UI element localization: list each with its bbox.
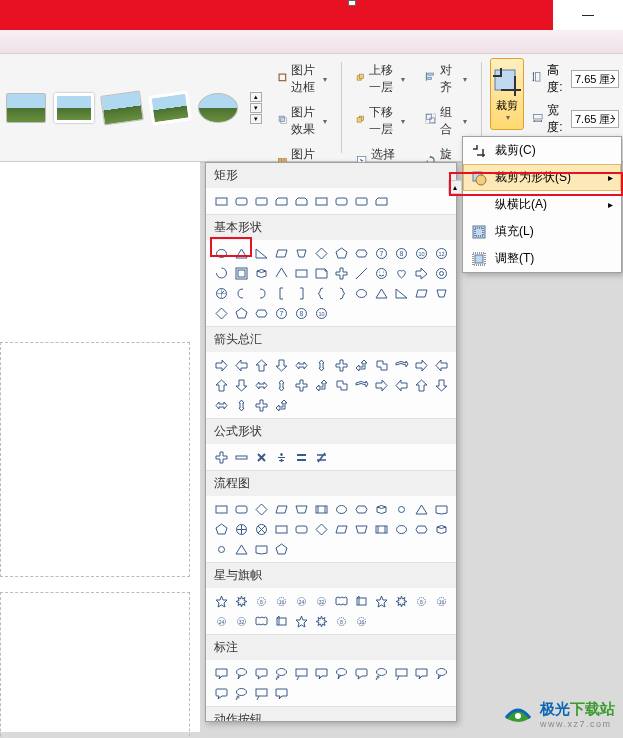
shape-item[interactable] [252,684,270,702]
shape-item[interactable] [272,396,290,414]
shape-item[interactable]: 12 [432,244,450,262]
shape-item[interactable]: 8 [252,592,270,610]
window-minimize[interactable]: — [553,0,623,30]
shape-item[interactable]: 16 [352,612,370,630]
shape-item[interactable]: 32 [232,612,250,630]
group-button[interactable]: 组合▾ [423,102,469,140]
shape-item[interactable] [212,356,230,374]
shape-item[interactable] [332,520,350,538]
menu-fit[interactable]: 调整(T) [463,245,621,272]
shape-item[interactable] [292,500,310,518]
bring-forward-button[interactable]: 上移一层▾ [354,60,407,98]
picture-styles-gallery[interactable]: ▴ ▾ ▾ [0,54,268,161]
shape-item[interactable] [412,500,430,518]
shape-item[interactable] [252,500,270,518]
shape-item[interactable] [412,664,430,682]
shape-item[interactable] [272,448,290,466]
shape-item[interactable] [332,264,350,282]
shape-item[interactable] [332,244,350,262]
shape-item[interactable] [352,376,370,394]
shape-item[interactable] [312,376,330,394]
shape-item[interactable] [372,664,390,682]
shape-item[interactable] [272,192,290,210]
shape-item[interactable] [232,376,250,394]
shape-item[interactable] [212,540,230,558]
shape-item[interactable] [352,356,370,374]
gallery-more[interactable]: ▾ [250,114,262,124]
shape-item[interactable] [252,244,270,262]
picture-effects-button[interactable]: 图片效果▾ [276,102,329,140]
shape-item[interactable] [392,356,410,374]
shape-item[interactable] [392,284,410,302]
shape-item[interactable] [412,520,430,538]
shape-item[interactable] [212,376,230,394]
shape-item[interactable] [392,592,410,610]
send-backward-button[interactable]: 下移一层▾ [354,102,407,140]
shape-item[interactable] [292,664,310,682]
shape-item[interactable] [392,264,410,282]
shape-item[interactable] [352,592,370,610]
shape-item[interactable] [292,376,310,394]
panel-scroll-up[interactable]: ▴ [448,180,462,194]
shape-item[interactable] [252,264,270,282]
shape-item[interactable]: 10 [312,304,330,322]
shape-item[interactable] [372,500,390,518]
shape-item[interactable] [352,664,370,682]
shape-item[interactable] [352,244,370,262]
shape-item[interactable] [252,304,270,322]
shape-item[interactable]: 32 [312,592,330,610]
shape-item[interactable] [412,356,430,374]
width-input[interactable] [571,110,619,128]
shape-item[interactable] [432,376,450,394]
shape-item[interactable] [392,520,410,538]
shape-item[interactable] [312,612,330,630]
shape-item[interactable] [232,684,250,702]
shape-item[interactable] [212,684,230,702]
shape-item[interactable] [292,356,310,374]
shape-item[interactable] [372,592,390,610]
shape-item[interactable] [432,500,450,518]
shape-item[interactable] [312,356,330,374]
picture-border-button[interactable]: 图片边框▾ [276,60,329,98]
shape-item[interactable] [232,244,250,262]
shape-item[interactable] [252,192,270,210]
shape-item[interactable] [212,264,230,282]
shape-item[interactable] [432,264,450,282]
shape-item[interactable] [432,664,450,682]
shape-item[interactable] [212,448,230,466]
shape-item[interactable] [432,520,450,538]
shape-item[interactable] [312,244,330,262]
shape-item[interactable] [252,540,270,558]
shape-item[interactable] [272,264,290,282]
shape-item[interactable] [212,664,230,682]
placeholder-2[interactable] [0,592,190,738]
shape-item[interactable] [352,192,370,210]
shape-item[interactable]: 8 [292,304,310,322]
shape-item[interactable] [252,284,270,302]
shape-item[interactable] [292,192,310,210]
shape-item[interactable] [252,664,270,682]
shape-item[interactable] [272,376,290,394]
shape-item[interactable] [252,396,270,414]
shape-item[interactable] [312,264,330,282]
shape-item[interactable] [432,356,450,374]
menu-crop-to-shape[interactable]: 裁剪为形状(S)▸ [463,164,621,191]
shape-item[interactable]: 10 [412,244,430,262]
shape-item[interactable] [232,284,250,302]
shape-item[interactable] [392,664,410,682]
shape-item[interactable] [332,664,350,682]
shape-item[interactable] [232,592,250,610]
shape-item[interactable] [412,284,430,302]
shape-item[interactable] [292,284,310,302]
shape-item[interactable] [252,376,270,394]
shape-item[interactable] [312,448,330,466]
shape-item[interactable] [212,396,230,414]
shape-item[interactable] [272,540,290,558]
shape-item[interactable] [252,448,270,466]
shape-item[interactable] [332,376,350,394]
shape-item[interactable] [372,192,390,210]
gallery-up[interactable]: ▴ [250,92,262,102]
shape-item[interactable] [232,540,250,558]
shape-item[interactable] [412,376,430,394]
shape-item[interactable] [272,612,290,630]
